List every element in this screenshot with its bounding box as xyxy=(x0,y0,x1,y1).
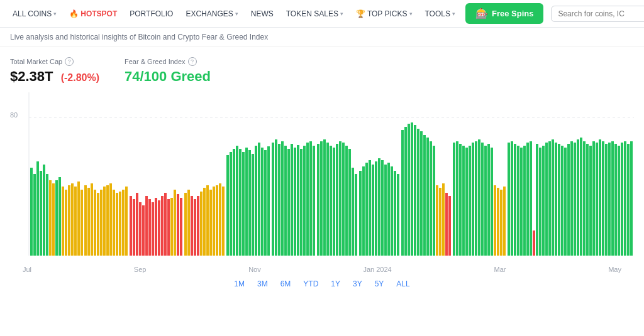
nav-hotspot[interactable]: 🔥 HOTSPOT xyxy=(64,7,122,21)
time-filter-6m[interactable]: 6M xyxy=(278,278,294,290)
svg-rect-120 xyxy=(411,122,413,256)
fear-greed-value: 74/100 Greed xyxy=(125,68,211,85)
svg-rect-92 xyxy=(320,141,323,256)
svg-rect-89 xyxy=(309,141,312,256)
svg-rect-142 xyxy=(481,143,484,256)
svg-rect-68 xyxy=(242,152,245,256)
svg-rect-39 xyxy=(148,199,151,256)
svg-rect-28 xyxy=(113,190,115,256)
svg-rect-137 xyxy=(465,148,468,256)
svg-rect-86 xyxy=(300,149,303,256)
y-axis-label: 80 xyxy=(10,111,18,119)
svg-rect-18 xyxy=(80,190,83,256)
nav-portfolio[interactable]: PORTFOLIO xyxy=(125,7,178,21)
svg-rect-9 xyxy=(52,183,55,256)
nav-all-coins[interactable]: ALL COINS ▾ xyxy=(8,7,62,21)
svg-rect-111 xyxy=(381,160,384,256)
time-filter-3m[interactable]: 3M xyxy=(255,278,270,290)
svg-rect-115 xyxy=(394,171,396,256)
nav-exchanges[interactable]: EXCHANGES ▾ xyxy=(180,7,243,21)
svg-rect-127 xyxy=(433,146,435,256)
time-filter-3y[interactable]: 3Y xyxy=(350,278,365,290)
svg-rect-94 xyxy=(326,143,329,256)
fear-greed-block: Fear & Greed Index ? 74/100 Greed xyxy=(125,57,211,85)
nav-tools[interactable]: TOOLS ▾ xyxy=(420,7,460,21)
svg-rect-90 xyxy=(313,146,315,256)
svg-rect-177 xyxy=(592,141,595,256)
svg-rect-49 xyxy=(180,198,182,256)
nav-all-coins-label: ALL COINS xyxy=(13,9,52,18)
chart-container: 80 xyxy=(0,92,644,268)
svg-rect-74 xyxy=(261,148,264,256)
svg-rect-148 xyxy=(500,190,502,256)
chevron-down-icon: ▾ xyxy=(409,11,413,17)
time-filter-5y[interactable]: 5Y xyxy=(372,278,387,290)
market-cap-info-icon[interactable]: ? xyxy=(65,57,74,66)
subtitle-bar: Live analysis and historical insights of… xyxy=(0,28,644,47)
svg-rect-171 xyxy=(574,143,576,256)
svg-rect-130 xyxy=(442,183,445,256)
fear-greed-label: Fear & Greed Index ? xyxy=(125,57,211,66)
svg-rect-118 xyxy=(404,127,407,256)
fear-greed-info-icon[interactable]: ? xyxy=(188,57,197,66)
time-filter-1y[interactable]: 1Y xyxy=(328,278,343,290)
svg-rect-70 xyxy=(248,150,251,256)
svg-rect-126 xyxy=(430,141,432,256)
svg-rect-57 xyxy=(206,185,209,256)
nav-top-picks[interactable]: 🏆 TOP PICKS ▾ xyxy=(351,7,418,21)
time-filter-1m[interactable]: 1M xyxy=(231,278,247,290)
svg-rect-41 xyxy=(155,198,157,256)
nav-token-sales[interactable]: TOKEN SALES ▾ xyxy=(281,7,348,21)
svg-rect-2 xyxy=(30,168,33,256)
svg-rect-84 xyxy=(294,148,296,256)
svg-rect-101 xyxy=(348,149,351,256)
svg-rect-133 xyxy=(453,143,455,256)
market-cap-amount: $2.38T xyxy=(10,68,53,84)
fire-icon: 🔥 xyxy=(69,9,79,18)
svg-rect-97 xyxy=(336,144,338,256)
svg-rect-156 xyxy=(526,143,529,256)
svg-rect-102 xyxy=(352,168,354,256)
svg-rect-160 xyxy=(539,148,541,256)
svg-rect-62 xyxy=(222,187,225,256)
svg-rect-116 xyxy=(397,174,399,256)
free-spins-button[interactable]: 🎰 Free Spins xyxy=(465,3,543,24)
svg-rect-119 xyxy=(408,124,410,256)
time-filter-ytd[interactable]: YTD xyxy=(301,278,321,290)
svg-rect-159 xyxy=(536,144,538,256)
svg-rect-138 xyxy=(469,146,471,256)
svg-rect-78 xyxy=(275,139,277,256)
market-cap-value: $2.38T (-2.80%) xyxy=(10,68,99,85)
fear-greed-chart xyxy=(10,92,634,268)
svg-rect-155 xyxy=(523,146,526,256)
time-filter-all[interactable]: ALL xyxy=(394,278,412,290)
svg-rect-53 xyxy=(194,199,196,256)
nav-news[interactable]: NEWS xyxy=(246,7,279,21)
svg-rect-69 xyxy=(245,148,248,256)
svg-rect-179 xyxy=(599,139,601,256)
nav-token-sales-label: TOKEN SALES xyxy=(286,9,338,18)
svg-rect-162 xyxy=(545,143,548,256)
svg-rect-6 xyxy=(43,165,45,256)
nav-exchanges-label: EXCHANGES xyxy=(186,9,233,18)
svg-rect-124 xyxy=(423,135,426,256)
svg-rect-109 xyxy=(375,161,377,256)
svg-rect-134 xyxy=(456,141,458,256)
svg-rect-16 xyxy=(74,187,77,256)
svg-rect-139 xyxy=(472,143,474,256)
svg-rect-178 xyxy=(596,143,598,256)
svg-rect-149 xyxy=(503,187,506,256)
svg-rect-8 xyxy=(49,180,52,256)
svg-rect-45 xyxy=(167,199,170,256)
svg-rect-128 xyxy=(436,185,438,256)
svg-rect-77 xyxy=(272,143,274,256)
svg-rect-58 xyxy=(209,190,212,256)
svg-rect-152 xyxy=(514,144,516,256)
svg-rect-80 xyxy=(281,141,284,256)
search-input[interactable] xyxy=(551,6,644,22)
svg-rect-114 xyxy=(391,166,393,256)
svg-rect-36 xyxy=(139,202,142,256)
svg-rect-131 xyxy=(445,193,448,256)
svg-rect-75 xyxy=(264,150,267,256)
svg-rect-112 xyxy=(384,165,387,256)
